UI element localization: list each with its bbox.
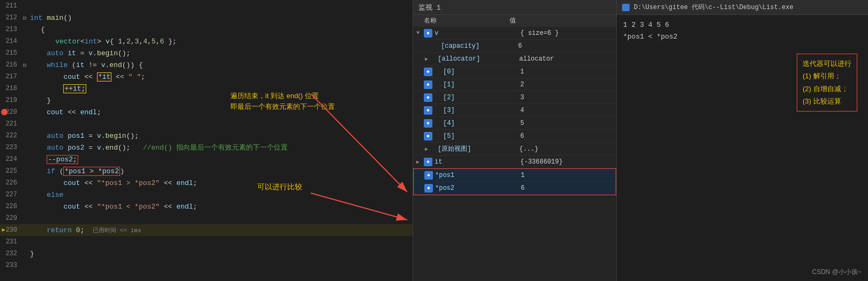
watch-value-4: 5 bbox=[520, 120, 613, 127]
watch-name-3: [3] bbox=[435, 107, 520, 114]
line-num-230: ➤ 230 bbox=[0, 226, 21, 234]
line-num-213: 213 bbox=[0, 26, 21, 33]
output-title: D:\Users\gitee 代码\c--List\Debug\List.exe bbox=[634, 3, 794, 12]
watch-name-pos2: *pos2 bbox=[435, 184, 521, 192]
line-num-220: 220 bbox=[0, 108, 21, 116]
code-panel: 211 212 ⊟ int main() 213 { 214 vector<in… bbox=[0, 0, 413, 281]
watch-icon-pos2: ◆ bbox=[424, 184, 433, 193]
line-num-233: 233 bbox=[0, 262, 21, 269]
watch-value-pos1: 1 bbox=[521, 172, 612, 179]
watch-name-4: [4] bbox=[435, 120, 520, 127]
line-num-222: 222 bbox=[0, 132, 21, 139]
code-line-224: 224 --pos2; bbox=[0, 153, 413, 165]
watch-row-pos2[interactable]: ◆ *pos2 6 bbox=[414, 182, 616, 195]
code-line-211: 211 bbox=[0, 0, 413, 12]
code-line-218: 218 ++it; bbox=[0, 83, 413, 94]
code-line-217: 217 cout << *it << " "; bbox=[0, 71, 413, 83]
line-num-226: 226 bbox=[0, 179, 21, 187]
watch-icon-it: ◆ bbox=[424, 158, 432, 166]
watch-value-1: 2 bbox=[520, 81, 613, 88]
watch-name-pos1: *pos1 bbox=[435, 172, 521, 179]
watch-row-4[interactable]: ◆ [4] 5 bbox=[413, 117, 616, 130]
watch-value-capacity: 6 bbox=[518, 42, 613, 50]
watch-panel: 监视 1 名称 值 ▼ ◆ v { size=6 } [capacity] 6 … bbox=[413, 0, 616, 281]
watch-name-5: [5] bbox=[435, 132, 520, 140]
expand-arrow-allocator: ▶ bbox=[416, 56, 425, 62]
watch-value-rawview: {...} bbox=[519, 145, 613, 153]
watch-row-1[interactable]: ◆ [1] 2 bbox=[413, 78, 616, 91]
code-line-229: 229 bbox=[0, 212, 413, 224]
code-line-223: 223 auto pos2 = v.end(); //end() 指向最后一个有… bbox=[0, 142, 413, 153]
watch-value-0: 1 bbox=[520, 68, 613, 76]
watch-value-v: { size=6 } bbox=[520, 29, 613, 37]
watch-icon-0: ◆ bbox=[424, 68, 432, 76]
watch-row-3[interactable]: ◆ [3] 4 bbox=[413, 104, 616, 117]
watch-value-2: 3 bbox=[520, 94, 613, 101]
annotation-iterator-ops: 迭代器可以进行 (1) 解引用； (2) 自增自减； (3) 比较运算 bbox=[797, 54, 857, 112]
code-line-233: 233 bbox=[0, 260, 413, 271]
watch-row-capacity[interactable]: [capacity] 6 bbox=[413, 40, 616, 53]
watch-value-3: 4 bbox=[520, 107, 613, 114]
line-num-212: 212 bbox=[0, 14, 21, 21]
code-line-227: 227 else bbox=[0, 189, 413, 201]
line-num-219: 219 bbox=[0, 97, 21, 104]
watch-row-it[interactable]: ▶ ◆ it {-33686019} bbox=[413, 156, 616, 168]
watch-title: 监视 1 bbox=[418, 3, 441, 12]
output-content: 1 2 3 4 5 6 *pos1 < *pos2 bbox=[617, 15, 868, 47]
watch-col-value: 值 bbox=[510, 16, 613, 25]
code-line-219: 219 } bbox=[0, 94, 413, 106]
code-line-226: 226 cout << "*pos1 > *pos2" << endl; bbox=[0, 177, 413, 189]
watch-value-5: 6 bbox=[520, 132, 613, 140]
watch-icon-5: ◆ bbox=[424, 132, 432, 140]
code-line-212: 212 ⊟ int main() bbox=[0, 12, 413, 24]
watch-row-2[interactable]: ◆ [2] 3 bbox=[413, 91, 616, 104]
code-line-213: 213 { bbox=[0, 24, 413, 35]
watch-row-allocator[interactable]: ▶ [allocator] allocator bbox=[413, 53, 616, 65]
watch-name-0: [0] bbox=[435, 68, 520, 76]
code-line-215: 215 auto it = v.begin(); bbox=[0, 47, 413, 59]
line-num-223: 223 bbox=[0, 144, 21, 151]
line-num-216: 216 bbox=[0, 61, 21, 69]
watch-value-allocator: allocator bbox=[519, 55, 613, 63]
code-line-230: ➤ 230 return 0; 已用时间 <= 1ms bbox=[0, 224, 413, 236]
line-num-218: 218 bbox=[0, 85, 21, 92]
watch-name-rawview: [原始视图] bbox=[433, 144, 519, 153]
watch-row-0[interactable]: ◆ [0] 1 bbox=[413, 65, 616, 78]
output-line-2: *pos1 < *pos2 bbox=[623, 31, 862, 43]
line-num-221: 221 bbox=[0, 120, 21, 128]
code-line-228: 228 cout << "*pos1 < *pos2" << endl; bbox=[0, 201, 413, 212]
watch-col-name: 名称 bbox=[424, 16, 510, 25]
watch-name-v: v bbox=[435, 29, 520, 37]
output-header-icon bbox=[622, 4, 630, 11]
line-num-224: 224 bbox=[0, 156, 21, 163]
watch-name-2: [2] bbox=[435, 94, 520, 101]
csdn-watermark: CSDN @小小孩~ bbox=[812, 268, 862, 277]
watch-row-5[interactable]: ◆ [5] 6 bbox=[413, 130, 616, 143]
watch-row-rawview[interactable]: ▶ [原始视图] {...} bbox=[413, 143, 616, 156]
watch-header: 监视 1 bbox=[413, 0, 616, 15]
output-line-1: 1 2 3 4 5 6 bbox=[623, 19, 862, 31]
line-num-217: 217 bbox=[0, 73, 21, 80]
expand-arrow-rawview: ▶ bbox=[416, 146, 425, 152]
code-line-221: 221 bbox=[0, 118, 413, 130]
watch-icon-4: ◆ bbox=[424, 119, 432, 128]
watch-icon-pos1: ◆ bbox=[424, 171, 433, 180]
line-num-215: 215 bbox=[0, 49, 21, 57]
code-line-232: 232 } bbox=[0, 248, 413, 260]
watch-row-pos1[interactable]: ◆ *pos1 1 bbox=[414, 169, 616, 182]
line-num-231: 231 bbox=[0, 238, 21, 246]
watch-row-v[interactable]: ▼ ◆ v { size=6 } bbox=[413, 27, 616, 40]
code-line-214: 214 vector<int> v{ 1,2,3,4,5,6 }; bbox=[0, 35, 413, 47]
line-num-227: 227 bbox=[0, 191, 21, 198]
watch-icon-2: ◆ bbox=[424, 93, 432, 102]
line-num-225: 225 bbox=[0, 167, 21, 175]
line-num-211: 211 bbox=[0, 2, 21, 10]
watch-name-capacity: [capacity] bbox=[432, 42, 518, 50]
watch-name-allocator: [allocator] bbox=[433, 55, 519, 63]
watch-value-pos2: 6 bbox=[521, 184, 612, 192]
watch-icon-v: ◆ bbox=[424, 29, 432, 38]
code-line-231: 231 bbox=[0, 236, 413, 248]
watch-name-it: it bbox=[435, 158, 520, 166]
watch-icon-1: ◆ bbox=[424, 80, 432, 89]
output-header: D:\Users\gitee 代码\c--List\Debug\List.exe bbox=[617, 0, 868, 15]
